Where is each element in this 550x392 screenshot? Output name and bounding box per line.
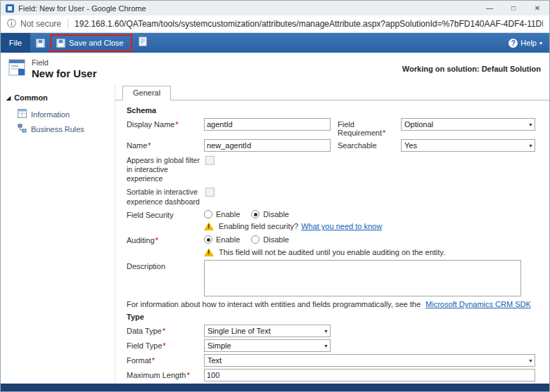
name-input[interactable] bbox=[204, 139, 331, 152]
description-textarea[interactable] bbox=[204, 260, 521, 296]
close-icon[interactable]: ✕ bbox=[525, 1, 549, 15]
required-marker: * bbox=[162, 327, 165, 335]
sdk-note: For information about how to interact wi… bbox=[127, 300, 539, 308]
help-label: Help bbox=[520, 39, 537, 47]
auditing-label: Auditing* bbox=[127, 234, 204, 246]
field-type-select[interactable]: Simple ▼ bbox=[204, 339, 331, 352]
working-on-solution-label: Working on solution: Default Solution bbox=[402, 65, 542, 73]
sidebar-item-information[interactable]: Information bbox=[1, 107, 115, 122]
maximize-icon[interactable]: □ bbox=[501, 1, 525, 15]
field-security-disable-label: Disable bbox=[263, 210, 289, 218]
field-security-note-text: Enabling field security? bbox=[219, 222, 298, 230]
data-type-row: Data Type* Single Line of Text ▼ bbox=[127, 325, 539, 337]
type-heading: Type bbox=[127, 313, 539, 321]
auditing-enable-radio[interactable] bbox=[204, 235, 212, 244]
required-marker: * bbox=[175, 120, 178, 129]
page-header: Field New for User Working on solution: … bbox=[1, 53, 549, 85]
display-name-input[interactable] bbox=[204, 118, 331, 131]
window-title: Field: New for User - Google Chrome bbox=[18, 4, 146, 13]
auditing-note: This field will not be audited until you… bbox=[204, 248, 539, 256]
what-you-need-to-know-link[interactable]: What you need to know bbox=[301, 222, 382, 230]
format-label: Format* bbox=[127, 354, 204, 366]
auditing-enable-label: Enable bbox=[216, 235, 240, 244]
required-marker: * bbox=[152, 356, 155, 365]
info-icon[interactable]: ⓘ bbox=[7, 18, 16, 30]
required-marker: * bbox=[148, 141, 151, 150]
file-button[interactable]: File bbox=[1, 33, 30, 53]
entity-type-label: Field bbox=[32, 58, 97, 67]
sortable-checkbox[interactable] bbox=[205, 188, 215, 197]
schema-heading: Schema bbox=[127, 106, 539, 115]
sortable-row: Sortable in interactive experience dashb… bbox=[127, 185, 539, 206]
tab-general[interactable]: General bbox=[122, 86, 171, 100]
tab-bar: General bbox=[115, 85, 549, 100]
global-filter-row: Appears in global filter in interactive … bbox=[127, 154, 539, 183]
sidebar-item-label: Business Rules bbox=[31, 125, 84, 133]
browser-window: Field: New for User - Google Chrome — □ … bbox=[0, 0, 550, 392]
business-rules-icon bbox=[18, 124, 27, 134]
warning-icon bbox=[204, 222, 214, 230]
global-filter-label: Appears in global filter in interactive … bbox=[127, 154, 205, 183]
expander-icon[interactable]: ◢ bbox=[6, 95, 11, 101]
chevron-down-icon: ▾ bbox=[539, 40, 542, 46]
main-panel: General Schema Display Name* Field Requi… bbox=[115, 85, 549, 384]
auditing-disable-radio[interactable] bbox=[251, 235, 260, 244]
description-label: Description bbox=[127, 260, 204, 272]
page-favicon-icon bbox=[6, 4, 14, 13]
maximum-length-input[interactable] bbox=[204, 369, 535, 381]
required-marker: * bbox=[155, 236, 158, 244]
maximum-length-label: Maximum Length* bbox=[127, 369, 204, 381]
field-entity-icon bbox=[8, 58, 26, 79]
save-and-close-button[interactable]: Save and Close bbox=[53, 37, 127, 50]
format-select[interactable]: Text ▼ bbox=[204, 354, 535, 367]
maximum-length-row: Maximum Length* bbox=[127, 369, 539, 381]
body-area: ◢ Common Information Business Rules Gene… bbox=[1, 85, 549, 384]
field-security-disable-radio[interactable] bbox=[251, 210, 260, 218]
information-icon bbox=[18, 109, 27, 119]
format-row: Format* Text ▼ bbox=[127, 354, 539, 367]
data-type-label: Data Type* bbox=[127, 325, 204, 337]
field-requirement-label: Field Requirement* bbox=[338, 118, 401, 137]
searchable-label: Searchable bbox=[338, 139, 401, 150]
auditing-row: Auditing* Enable Disable bbox=[127, 234, 539, 246]
field-security-enable-label: Enable bbox=[216, 210, 240, 218]
field-security-note: Enabling field security? What you need t… bbox=[204, 222, 539, 230]
save-icon[interactable] bbox=[36, 39, 45, 48]
name-row: Name* Searchable Yes ▼ bbox=[127, 139, 539, 152]
searchable-select[interactable]: Yes ▼ bbox=[401, 139, 535, 152]
auditing-note-text: This field will not be audited until you… bbox=[219, 248, 445, 256]
security-label: Not secure bbox=[20, 19, 61, 29]
page-title: New for User bbox=[32, 67, 97, 79]
field-security-label: Field Security bbox=[127, 209, 204, 221]
required-marker: * bbox=[163, 341, 166, 350]
window-titlebar: Field: New for User - Google Chrome — □ … bbox=[1, 1, 549, 15]
address-bar[interactable]: ⓘ Not secure 192.168.1.60/QATeam/tools/s… bbox=[1, 15, 549, 33]
data-type-select[interactable]: Single Line of Text ▼ bbox=[204, 325, 331, 337]
help-button[interactable]: ? Help ▾ bbox=[509, 39, 542, 48]
name-label: Name* bbox=[127, 139, 204, 151]
field-type-row: Field Type* Simple ▼ bbox=[127, 339, 539, 352]
auditing-disable-label: Disable bbox=[263, 235, 289, 244]
sidebar-item-business-rules[interactable]: Business Rules bbox=[1, 122, 115, 136]
url-text[interactable]: 192.168.1.60/QATeam/tools/systemcustomiz… bbox=[75, 19, 543, 29]
display-name-label: Display Name* bbox=[127, 118, 204, 130]
display-name-row: Display Name* Field Requirement* Optiona… bbox=[127, 118, 539, 137]
dropdown-arrow-icon: ▼ bbox=[525, 358, 533, 363]
global-filter-checkbox[interactable] bbox=[205, 156, 215, 165]
command-ribbon: File Save and Close ? Help ▾ bbox=[1, 33, 549, 53]
dropdown-arrow-icon: ▼ bbox=[525, 143, 533, 148]
document-icon[interactable] bbox=[139, 37, 148, 49]
dropdown-arrow-icon: ▼ bbox=[525, 122, 533, 127]
field-requirement-select[interactable]: Optional ▼ bbox=[401, 118, 535, 131]
required-marker: * bbox=[383, 129, 385, 137]
description-row: Description bbox=[127, 260, 539, 298]
field-security-enable-radio[interactable] bbox=[204, 210, 212, 218]
required-marker: * bbox=[186, 371, 189, 379]
annotation-highlight: Save and Close bbox=[50, 34, 132, 52]
sdk-note-text: For information about how to interact wi… bbox=[127, 300, 421, 308]
minimize-icon[interactable]: — bbox=[478, 1, 501, 15]
sidebar-section-common[interactable]: ◢ Common bbox=[1, 93, 115, 102]
address-divider bbox=[68, 19, 68, 29]
crm-sdk-link[interactable]: Microsoft Dynamics CRM SDK bbox=[426, 300, 531, 308]
dropdown-arrow-icon: ▼ bbox=[321, 344, 328, 348]
